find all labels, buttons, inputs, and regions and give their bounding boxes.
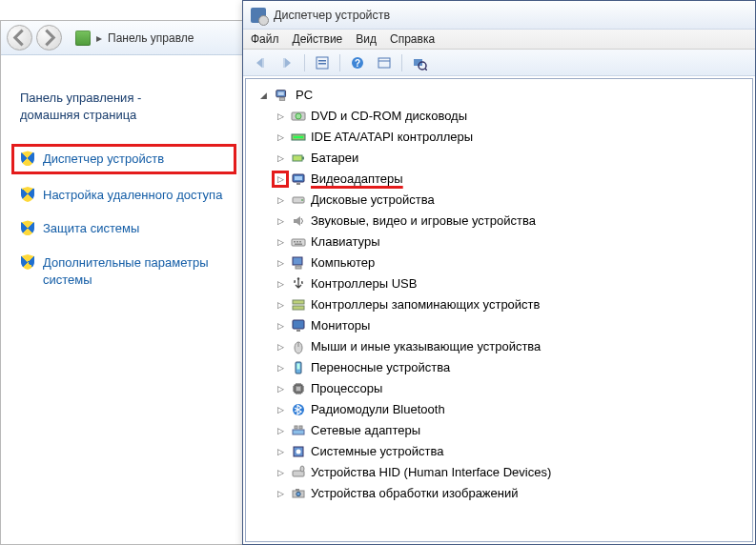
toolbar-sep (304, 54, 305, 71)
collapse-icon[interactable]: ◢ (257, 90, 269, 101)
category-label: Устройства обработки изображений (311, 483, 519, 504)
back-button[interactable] (7, 25, 32, 50)
cp-icon (75, 30, 91, 46)
expand-icon[interactable]: ▷ (275, 236, 286, 248)
storage-icon (291, 297, 306, 313)
link-system-protection[interactable]: Защита системы (20, 220, 232, 237)
svg-rect-1 (318, 60, 326, 62)
toolbar-sep (401, 54, 402, 71)
tree-category[interactable]: ▷ IDE ATA/ATAPI контроллеры (273, 127, 752, 148)
tree-category[interactable]: ▷ Компьютер (273, 252, 752, 273)
expand-icon[interactable]: ▷ (275, 215, 286, 227)
tree-category[interactable]: ▷ Устройства HID (Human Interface Device… (273, 462, 752, 483)
sound-icon (291, 213, 306, 229)
tree-category[interactable]: ▷ Мыши и иные указывающие устройства (273, 336, 752, 357)
category-label: Мыши и иные указывающие устройства (311, 336, 541, 357)
tree-category[interactable]: ▷ Батареи (273, 148, 752, 169)
svg-rect-5 (378, 58, 390, 68)
link-remote-settings[interactable]: Настройка удаленного доступа (20, 187, 232, 204)
tree-category[interactable]: ▷ Сетевые адаптеры (273, 420, 752, 441)
device-tree[interactable]: ◢ PC ▷ DVD и CD-ROM дисководы ▷ IDE ATA/… (245, 78, 753, 542)
tree-category[interactable]: ▷ Контроллеры запоминающих устройств (273, 294, 752, 315)
link-advanced-settings[interactable]: Дополнительные параметры системы (20, 254, 232, 288)
tree-category[interactable]: ▷ Мониторы (273, 315, 752, 336)
breadcrumb-text: Панель управле (108, 31, 194, 45)
system-icon (291, 444, 306, 459)
tree-category[interactable]: ▷ Дисковые устройства (273, 190, 752, 211)
hid-icon (291, 465, 306, 480)
drive-icon (291, 192, 306, 208)
menu-help[interactable]: Справка (390, 32, 435, 46)
expand-icon[interactable]: ▷ (275, 341, 286, 353)
toolbar-show-hidden[interactable] (373, 52, 396, 73)
tree-category[interactable]: ▷ Устройства обработки изображений (273, 483, 752, 504)
category-label: Контроллеры USB (311, 273, 417, 294)
expand-icon[interactable]: ▷ (275, 257, 286, 269)
menu-file[interactable]: Файл (251, 32, 279, 46)
expand-icon[interactable]: ▷ (275, 488, 286, 499)
toolbar-help[interactable]: ? (346, 52, 369, 73)
category-label: Звуковые, видео и игровые устройства (311, 211, 536, 232)
expand-icon[interactable]: ▷ (275, 173, 286, 185)
network-icon (291, 423, 306, 438)
expand-icon[interactable]: ▷ (275, 299, 286, 311)
imaging-icon (291, 486, 306, 501)
device-manager-icon (251, 8, 266, 23)
toolbar-properties[interactable] (311, 52, 334, 73)
expand-icon[interactable]: ▷ (275, 278, 286, 290)
tree-category[interactable]: ▷ Процессоры (273, 378, 752, 399)
svg-rect-2 (318, 63, 326, 65)
breadcrumb[interactable]: ▸ Панель управле (75, 30, 194, 46)
tree-category[interactable]: ▷ DVD и CD-ROM дисководы (273, 106, 752, 127)
toolbar-forward[interactable] (276, 52, 298, 73)
cp-toolbar: ▸ Панель управле (1, 21, 247, 55)
category-label: Системные устройства (311, 441, 443, 462)
battery-icon (291, 151, 306, 166)
computer-icon (274, 87, 291, 104)
expand-icon[interactable]: ▷ (275, 383, 286, 394)
tree-category[interactable]: ▷ Переносные устройства (273, 357, 752, 378)
tree-category[interactable]: ▷ Клавиатуры (273, 232, 752, 252)
category-label: Контроллеры запоминающих устройств (311, 294, 540, 315)
toolbar-sep (339, 54, 340, 71)
category-label: Устройства HID (Human Interface Devices) (311, 462, 551, 483)
category-label: IDE ATA/ATAPI контроллеры (311, 127, 473, 148)
cpu-icon (291, 381, 306, 396)
forward-button[interactable] (36, 25, 62, 50)
category-label: Видеоадаптеры (311, 169, 403, 190)
tree-category[interactable]: ▷ Контроллеры USB (273, 273, 752, 294)
dm-menubar: Файл Действие Вид Справка (243, 30, 755, 50)
tree-category[interactable]: ▷ Радиомодули Bluetooth (273, 399, 752, 420)
svg-text:?: ? (355, 58, 360, 69)
menu-action[interactable]: Действие (293, 32, 343, 46)
expand-icon[interactable]: ▷ (275, 152, 286, 164)
expand-icon[interactable]: ▷ (275, 111, 286, 122)
chevron-right-icon: ▸ (96, 31, 102, 45)
cp-home-link[interactable]: Панель управления - домашняя страница (20, 90, 232, 124)
expand-icon[interactable]: ▷ (275, 131, 286, 143)
expand-icon[interactable]: ▷ (275, 194, 286, 206)
menu-view[interactable]: Вид (356, 32, 377, 46)
cp-sidebar: Панель управления - домашняя страница Ди… (1, 55, 247, 288)
expand-icon[interactable]: ▷ (275, 446, 286, 457)
expand-icon[interactable]: ▷ (275, 425, 286, 436)
tree-category[interactable]: ▷ Звуковые, видео и игровые устройства (273, 211, 752, 232)
expand-icon[interactable]: ▷ (275, 404, 286, 415)
usb-icon (291, 276, 306, 292)
category-label: Клавиатуры (311, 232, 380, 252)
portable-icon (291, 360, 306, 375)
tree-category[interactable]: ▷ Системные устройства (273, 441, 752, 462)
link-device-manager[interactable]: Диспетчер устройств (16, 149, 232, 170)
tree-root[interactable]: ◢ PC ▷ DVD и CD-ROM дисководы ▷ IDE ATA/… (255, 85, 752, 504)
toolbar-scan[interactable] (408, 52, 431, 73)
shield-icon (20, 151, 35, 166)
toolbar-back[interactable] (249, 52, 272, 73)
shield-icon (20, 220, 35, 235)
computer-icon (291, 255, 306, 271)
device-manager-window: Диспетчер устройств Файл Действие Вид Сп… (242, 0, 756, 545)
expand-icon[interactable]: ▷ (275, 467, 286, 478)
expand-icon[interactable]: ▷ (275, 362, 286, 373)
expand-icon[interactable]: ▷ (275, 320, 286, 332)
tree-category[interactable]: ▷ Видеоадаптеры (273, 169, 752, 190)
category-label: Компьютер (311, 252, 375, 273)
